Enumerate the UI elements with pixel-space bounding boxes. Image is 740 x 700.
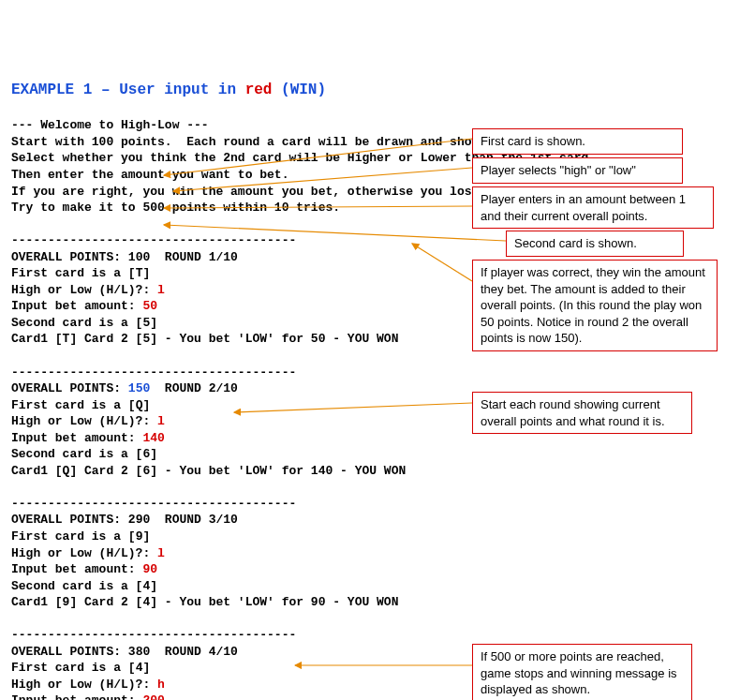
callout-round-header: Start each round showing current overall… [472, 392, 692, 434]
r2-result: Card1 [Q] Card 2 [6] - You bet 'LOW' for… [11, 464, 406, 478]
callout-first-card: First card is shown. [472, 128, 683, 155]
arrow-round-header [234, 403, 472, 412]
r3-points: 290 [128, 513, 150, 527]
overall-points-label: OVERALL POINTS: [11, 513, 128, 527]
r2-points: 150 [128, 381, 150, 395]
r2-hl-input: l [157, 414, 165, 428]
bet-prompt: Input bet amount: [11, 299, 142, 313]
title-prefix: EXAMPLE 1 – User input in [11, 82, 245, 98]
callout-final-win: If 500 or more points are reached, game … [472, 644, 692, 700]
callout-win-explain: If player was correct, they win the amou… [472, 260, 718, 351]
intro-line-3: Then enter the amount you want to bet. [11, 168, 289, 182]
bet-prompt: Input bet amount: [11, 562, 142, 576]
r1-round: 1/10 [209, 250, 238, 264]
callout-high-low: Player selects "high" or "low" [472, 157, 683, 184]
r4-hl-input: h [157, 678, 165, 692]
r3-result: Card1 [9] Card 2 [4] - You bet 'LOW' for… [11, 595, 398, 609]
r4-bet-input: 200 [142, 693, 164, 700]
intro-line-0: --- Welcome to High-Low --- [11, 118, 209, 132]
first-card-label: First card is a [ [11, 661, 136, 675]
divider: --------------------------------------- [11, 365, 296, 380]
intro-line-1: Start with 100 points. Each round a card… [11, 135, 494, 149]
hl-prompt: High or Low (H/L)?: [11, 283, 157, 297]
first-card-label: First card is a [ [11, 266, 136, 280]
round-label: ROUND [150, 645, 208, 659]
callout-second-card: Second card is shown. [506, 231, 684, 257]
r1-hl-input: l [157, 283, 165, 297]
second-card-label: Second card is a [ [11, 579, 142, 593]
round-label: ROUND [150, 381, 208, 395]
arrow-won [412, 244, 472, 281]
divider: --------------------------------------- [11, 628, 296, 642]
r1-points: 100 [128, 250, 150, 264]
r1-bet-input: 50 [142, 299, 157, 313]
r3-round: 3/10 [209, 513, 238, 527]
r3-bet-input: 90 [142, 562, 157, 576]
r2-bet-input: 140 [142, 431, 164, 445]
title-red-word: red [245, 82, 273, 98]
r3-hl-input: l [157, 546, 165, 560]
second-card-label: Second card is a [ [11, 447, 142, 461]
overall-points-label: OVERALL POINTS: [11, 645, 128, 659]
hl-prompt: High or Low (H/L)?: [11, 678, 157, 692]
round-label: ROUND [150, 513, 208, 527]
divider: --------------------------------------- [11, 497, 296, 511]
callout-bet-amount: Player enters in an amount between 1 and… [472, 186, 714, 229]
r4-points: 380 [128, 645, 150, 659]
overall-points-label: OVERALL POINTS: [11, 381, 128, 395]
intro-line-4: If you are right, you win the amount you… [11, 185, 486, 199]
second-card-label: Second card is a [ [11, 316, 142, 330]
bet-prompt: Input bet amount: [11, 693, 142, 700]
intro-line-5: Try to make it to 500 points within 10 t… [11, 201, 340, 215]
r1-result: Card1 [T] Card 2 [5] - You bet 'LOW' for… [11, 332, 398, 346]
round-label: ROUND [150, 250, 208, 264]
first-card-label: First card is a [ [11, 529, 136, 544]
r4-round: 4/10 [209, 645, 238, 659]
title-suffix: (WIN) [272, 82, 326, 98]
hl-prompt: High or Low (H/L)?: [11, 546, 157, 560]
r2-round: 2/10 [209, 381, 238, 395]
overall-points-label: OVERALL POINTS: [11, 250, 128, 264]
bet-prompt: Input bet amount: [11, 431, 142, 445]
hl-prompt: High or Low (H/L)?: [11, 414, 157, 428]
divider: --------------------------------------- [11, 233, 296, 247]
first-card-label: First card is a [ [11, 398, 136, 412]
